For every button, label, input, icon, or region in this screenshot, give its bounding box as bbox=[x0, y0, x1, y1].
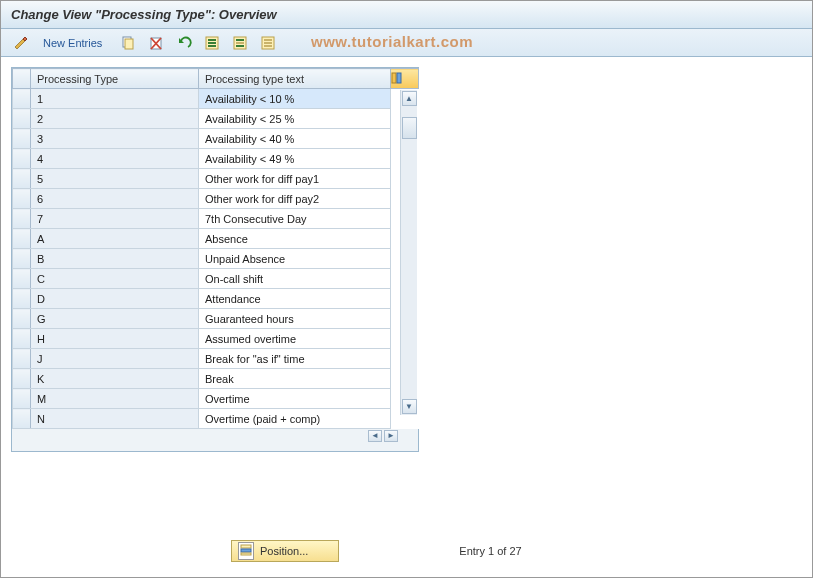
toggle-change-icon[interactable] bbox=[9, 33, 33, 53]
cell-processing-text[interactable]: Overtime (paid + comp) bbox=[199, 409, 391, 429]
column-header-text[interactable]: Processing type text bbox=[199, 69, 391, 89]
table-row[interactable]: BUnpaid Absence bbox=[13, 249, 419, 269]
cell-processing-text[interactable]: Attendance bbox=[199, 289, 391, 309]
row-selector[interactable] bbox=[13, 389, 31, 409]
scroll-down-button[interactable]: ▼ bbox=[402, 399, 417, 414]
cell-processing-text[interactable]: Other work for diff pay2 bbox=[199, 189, 391, 209]
cell-processing-type[interactable]: C bbox=[31, 269, 199, 289]
select-all-icon[interactable] bbox=[200, 33, 224, 53]
svg-rect-19 bbox=[241, 545, 251, 548]
row-selector[interactable] bbox=[13, 349, 31, 369]
row-selector-header[interactable] bbox=[13, 69, 31, 89]
row-selector[interactable] bbox=[13, 169, 31, 189]
cell-processing-text[interactable]: Unpaid Absence bbox=[199, 249, 391, 269]
row-selector[interactable] bbox=[13, 109, 31, 129]
row-selector[interactable] bbox=[13, 309, 31, 329]
cell-processing-text[interactable]: 7th Consecutive Day bbox=[199, 209, 391, 229]
table-row[interactable]: KBreak bbox=[13, 369, 419, 389]
vertical-scrollbar[interactable]: ▲ ▼ bbox=[400, 90, 417, 415]
svg-rect-10 bbox=[236, 39, 244, 41]
row-selector[interactable] bbox=[13, 229, 31, 249]
svg-rect-6 bbox=[208, 39, 216, 41]
row-selector[interactable] bbox=[13, 269, 31, 289]
row-selector[interactable] bbox=[13, 189, 31, 209]
undo-icon[interactable] bbox=[172, 33, 196, 53]
cell-processing-type[interactable]: 6 bbox=[31, 189, 199, 209]
new-entries-button[interactable]: New Entries bbox=[37, 33, 112, 53]
cell-processing-text[interactable]: Guaranteed hours bbox=[199, 309, 391, 329]
configure-columns-icon[interactable] bbox=[391, 69, 419, 89]
cell-processing-type[interactable]: A bbox=[31, 229, 199, 249]
svg-rect-21 bbox=[241, 553, 251, 555]
delete-icon[interactable] bbox=[144, 33, 168, 53]
deselect-all-icon[interactable] bbox=[256, 33, 280, 53]
table-row[interactable]: 5Other work for diff pay1 bbox=[13, 169, 419, 189]
table-row[interactable]: DAttendance bbox=[13, 289, 419, 309]
cell-processing-type[interactable]: M bbox=[31, 389, 199, 409]
row-selector[interactable] bbox=[13, 209, 31, 229]
cell-processing-type[interactable]: 3 bbox=[31, 129, 199, 149]
table-row[interactable]: 3Availability < 40 % bbox=[13, 129, 419, 149]
scroll-right-button[interactable]: ► bbox=[384, 430, 398, 442]
scroll-left-button[interactable]: ◄ bbox=[368, 430, 382, 442]
cell-processing-text[interactable]: Availability < 40 % bbox=[199, 129, 391, 149]
cell-processing-text[interactable]: Availability < 10 % bbox=[199, 89, 391, 109]
cell-processing-text[interactable]: Availability < 49 % bbox=[199, 149, 391, 169]
copy-as-icon[interactable] bbox=[116, 33, 140, 53]
scroll-thumb[interactable] bbox=[402, 117, 417, 139]
cell-processing-text[interactable]: Break bbox=[199, 369, 391, 389]
cell-processing-text[interactable]: Break for "as if" time bbox=[199, 349, 391, 369]
cell-processing-text[interactable]: Assumed overtime bbox=[199, 329, 391, 349]
processing-type-table: Processing Type Processing type text 1Av… bbox=[12, 68, 419, 429]
table-row[interactable]: COn-call shift bbox=[13, 269, 419, 289]
table-row[interactable]: 6Other work for diff pay2 bbox=[13, 189, 419, 209]
cell-processing-text[interactable]: Other work for diff pay1 bbox=[199, 169, 391, 189]
cell-processing-type[interactable]: D bbox=[31, 289, 199, 309]
select-block-icon[interactable] bbox=[228, 33, 252, 53]
cell-processing-type[interactable]: 1 bbox=[31, 89, 199, 109]
toolbar: New Entries www.tutorialkart.com bbox=[1, 29, 812, 57]
row-selector[interactable] bbox=[13, 329, 31, 349]
row-selector[interactable] bbox=[13, 129, 31, 149]
table-row[interactable]: 2Availability < 25 % bbox=[13, 109, 419, 129]
position-button[interactable]: Position... bbox=[231, 540, 339, 562]
row-selector[interactable] bbox=[13, 369, 31, 389]
row-selector[interactable] bbox=[13, 409, 31, 429]
cell-processing-type[interactable]: 5 bbox=[31, 169, 199, 189]
cell-processing-type[interactable]: K bbox=[31, 369, 199, 389]
watermark-text: www.tutorialkart.com bbox=[311, 33, 473, 50]
table-row[interactable]: GGuaranteed hours bbox=[13, 309, 419, 329]
cell-processing-type[interactable]: 4 bbox=[31, 149, 199, 169]
cell-processing-type[interactable]: J bbox=[31, 349, 199, 369]
table-row[interactable]: MOvertime bbox=[13, 389, 419, 409]
table-row[interactable]: 77th Consecutive Day bbox=[13, 209, 419, 229]
table-row[interactable]: NOvertime (paid + comp) bbox=[13, 409, 419, 429]
cell-processing-type[interactable]: G bbox=[31, 309, 199, 329]
cell-processing-type[interactable]: 2 bbox=[31, 109, 199, 129]
cell-processing-text[interactable]: On-call shift bbox=[199, 269, 391, 289]
cell-processing-text[interactable]: Availability < 25 % bbox=[199, 109, 391, 129]
row-selector[interactable] bbox=[13, 149, 31, 169]
row-selector[interactable] bbox=[13, 89, 31, 109]
cell-processing-type[interactable]: N bbox=[31, 409, 199, 429]
svg-rect-7 bbox=[208, 42, 216, 44]
svg-rect-1 bbox=[125, 39, 133, 49]
cell-processing-text[interactable]: Overtime bbox=[199, 389, 391, 409]
table-row[interactable]: HAssumed overtime bbox=[13, 329, 419, 349]
column-header-type[interactable]: Processing Type bbox=[31, 69, 199, 89]
scroll-track[interactable] bbox=[401, 107, 417, 398]
cell-processing-type[interactable]: H bbox=[31, 329, 199, 349]
cell-processing-type[interactable]: B bbox=[31, 249, 199, 269]
scroll-up-button[interactable]: ▲ bbox=[402, 91, 417, 106]
table-row[interactable]: 4Availability < 49 % bbox=[13, 149, 419, 169]
table-row[interactable]: AAbsence bbox=[13, 229, 419, 249]
cell-processing-type[interactable]: 7 bbox=[31, 209, 199, 229]
row-selector[interactable] bbox=[13, 289, 31, 309]
table-row[interactable]: JBreak for "as if" time bbox=[13, 349, 419, 369]
entry-status: Entry 1 of 27 bbox=[459, 545, 521, 557]
table-row[interactable]: 1Availability < 10 % bbox=[13, 89, 419, 109]
position-label: Position... bbox=[260, 545, 308, 557]
row-selector[interactable] bbox=[13, 249, 31, 269]
page-title: Change View "Processing Type": Overview bbox=[11, 7, 277, 22]
cell-processing-text[interactable]: Absence bbox=[199, 229, 391, 249]
